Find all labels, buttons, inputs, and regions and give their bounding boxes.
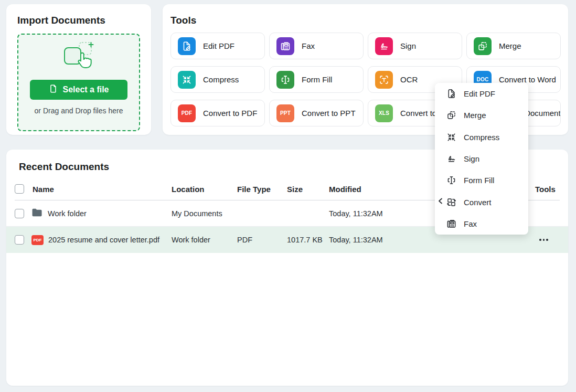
tool-convert-to-ppt[interactable]: PPT Convert to PPT	[269, 100, 364, 126]
compress-icon	[446, 132, 457, 143]
column-header-name[interactable]: Name	[31, 185, 172, 194]
menu-item-convert[interactable]: Convert	[435, 191, 528, 213]
column-header-filetype[interactable]: File Type	[237, 185, 287, 194]
chevron-left-icon	[438, 197, 443, 207]
sign-icon	[375, 37, 393, 55]
select-file-button[interactable]: Select a file	[30, 80, 127, 100]
select-all-checkbox[interactable]	[15, 184, 24, 194]
import-documents-card: Import Documents Select a file or Drag a…	[6, 4, 151, 135]
tool-edit-pdf[interactable]: Edit PDF	[170, 33, 265, 59]
menu-item-edit-pdf[interactable]: Edit PDF	[435, 83, 528, 104]
file-icon	[48, 84, 58, 96]
column-header-location[interactable]: Location	[172, 185, 237, 194]
import-documents-title: Import Documents	[17, 15, 140, 26]
ocr-icon	[375, 71, 393, 89]
tools-title: Tools	[170, 15, 561, 26]
tool-form-fill[interactable]: Form Fill	[269, 66, 364, 93]
ppt-icon: PPT	[276, 104, 294, 122]
pdf-icon: PDF	[178, 104, 196, 122]
tool-label: Compress	[203, 75, 239, 84]
compress-icon	[178, 71, 196, 89]
menu-item-compress[interactable]: Compress	[435, 126, 528, 148]
sign-icon	[446, 153, 457, 164]
tool-label: Edit PDF	[203, 41, 234, 50]
tool-convert-to-pdf[interactable]: PDF Convert to PDF	[170, 100, 265, 126]
row-checkbox[interactable]	[15, 209, 24, 218]
row-filetype: PDF	[237, 236, 287, 244]
edit-pdf-icon	[178, 37, 196, 55]
tools-context-menu: Edit PDF Merge Compress Sign Form Fill C…	[435, 83, 528, 235]
drag-drop-illustration-icon	[60, 41, 98, 76]
row-name: 2025 resume and cover letter.pdf	[48, 236, 159, 244]
fax-icon	[446, 218, 457, 229]
tool-label: Fax	[302, 41, 315, 50]
row-name: Work folder	[48, 209, 87, 218]
row-location: Work folder	[172, 236, 237, 244]
merge-icon	[474, 37, 492, 55]
tool-label: OCR	[400, 75, 418, 84]
row-modified: Today, 11:32AM	[329, 236, 535, 244]
tool-merge[interactable]: Merge	[466, 33, 561, 59]
form-fill-icon	[276, 71, 294, 89]
tool-label: Convert to PPT	[302, 109, 356, 118]
menu-item-fax[interactable]: Fax	[435, 213, 528, 235]
select-file-label: Select a file	[62, 85, 109, 94]
tool-fax[interactable]: Fax	[269, 33, 364, 59]
tool-label: Form Fill	[302, 75, 332, 84]
tool-sign[interactable]: Sign	[368, 33, 462, 59]
tool-label: Merge	[499, 41, 521, 50]
row-size: 1017.7 KB	[287, 236, 329, 244]
menu-item-form-fill[interactable]: Form Fill	[435, 169, 528, 191]
menu-item-sign[interactable]: Sign	[435, 148, 528, 169]
form-fill-icon	[446, 175, 457, 186]
menu-item-merge[interactable]: Merge	[435, 104, 528, 126]
folder-icon	[31, 208, 43, 219]
column-header-tools: Tools	[535, 185, 568, 194]
tool-compress[interactable]: Compress	[170, 66, 265, 93]
tool-label: Sign	[400, 41, 416, 50]
row-checkbox[interactable]	[15, 235, 24, 245]
convert-icon	[446, 197, 457, 208]
fax-icon	[276, 37, 294, 55]
xls-icon: XLS	[375, 104, 393, 122]
edit-pdf-icon	[446, 88, 457, 99]
file-dropzone[interactable]: Select a file or Drag and Drop files her…	[17, 34, 140, 131]
column-header-size[interactable]: Size	[287, 185, 329, 194]
merge-icon	[446, 110, 457, 121]
row-location: My Documents	[172, 209, 237, 218]
pdf-file-icon: PDF	[31, 235, 44, 245]
tool-label: Convert to PDF	[203, 109, 257, 118]
drag-drop-hint: or Drag and Drop files here	[35, 107, 123, 115]
ellipsis-icon[interactable]	[539, 239, 568, 241]
